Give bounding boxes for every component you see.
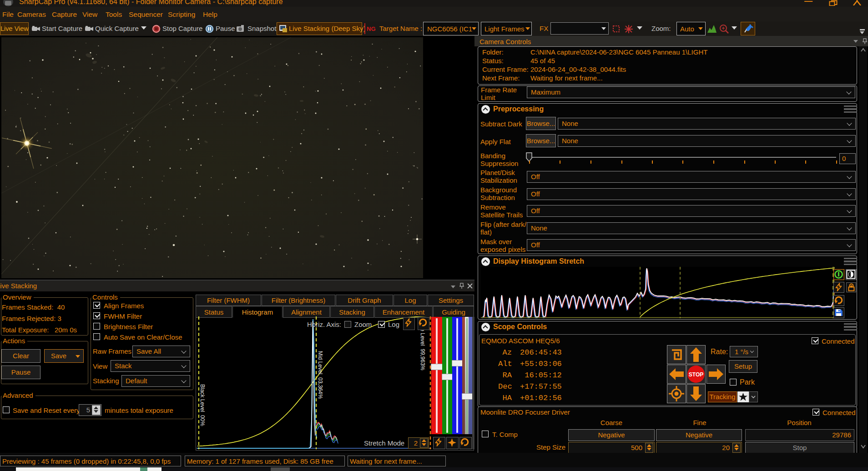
svg-text:STOP: STOP <box>689 371 703 378</box>
